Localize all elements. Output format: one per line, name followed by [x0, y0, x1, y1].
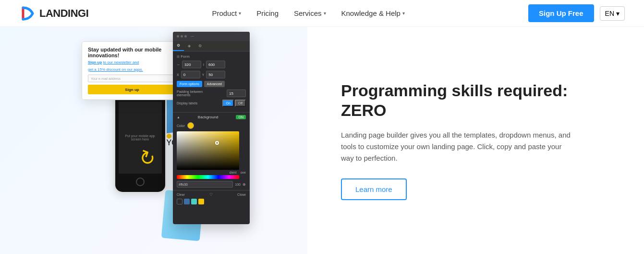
nav-knowledge[interactable]: Knowledge & Help ▾: [335, 6, 412, 20]
phone-home-button: [136, 178, 145, 186]
color-picker-cursor: [215, 141, 219, 145]
toggle-off-button[interactable]: Off: [235, 100, 246, 107]
swatch-blue[interactable]: [184, 199, 190, 204]
form-preview-subtitle: Sign up to our newsletter and: [88, 60, 176, 64]
hero-heading: Programming skills required: ZERO: [341, 81, 615, 120]
knowledge-chevron-icon: ▾: [402, 11, 405, 16]
dot-3: [184, 35, 187, 38]
lang-label: EN: [605, 10, 614, 17]
width-row: ↔ 320 I 600: [177, 61, 246, 68]
editor-topbar: ···: [173, 32, 250, 41]
settings-icon: ⚙: [177, 43, 180, 48]
email-input-mock: Your e-mail address: [88, 75, 176, 82]
nav-product[interactable]: Product ▾: [205, 6, 248, 20]
product-chevron-icon: ▾: [239, 11, 241, 16]
opacity-value: 100: [235, 183, 241, 186]
editor-bottom-buttons: Clear ♡ Close: [173, 190, 250, 199]
collapse-icon: ▲: [177, 115, 180, 119]
form-label: ⊞ Form: [177, 54, 246, 59]
width-icon: ↔: [177, 63, 180, 66]
swatch-teal[interactable]: [191, 199, 197, 204]
logo-text: LANDINGI: [39, 7, 88, 20]
color-swatch[interactable]: [187, 122, 194, 129]
padding-input[interactable]: 15: [227, 89, 246, 97]
xy-row: X 0 Y 50: [177, 71, 246, 78]
y-label: Y: [202, 73, 205, 76]
background-section: ▲ Background ON Color dient ove: [173, 112, 250, 190]
services-chevron-icon: ▾: [324, 11, 326, 16]
color-row: Color: [177, 122, 246, 129]
color-picker[interactable]: [177, 131, 239, 170]
height-icon: I: [203, 63, 204, 66]
color-label: Color: [177, 124, 185, 127]
logo-icon: [19, 5, 36, 22]
hero-content: Programming skills required: ZERO Landin…: [307, 27, 644, 254]
display-labels-row: Display labels On Off: [177, 100, 246, 107]
heart-icon[interactable]: ♡: [209, 192, 213, 197]
close-button[interactable]: Close: [237, 192, 246, 197]
hex-row: #ffc00 100 ⊕: [177, 181, 246, 188]
language-selector[interactable]: EN ▾: [600, 6, 625, 21]
navbar: LANDINGI Product ▾ Pricing Services ▾ Kn…: [0, 0, 644, 27]
editor-dots-label: ···: [191, 34, 194, 38]
learn-more-button[interactable]: Learn more: [341, 178, 407, 200]
toggle-on-button[interactable]: On: [222, 100, 233, 107]
editor-tab-style[interactable]: ◈: [184, 41, 194, 51]
hue-slider[interactable]: [177, 175, 239, 179]
display-labels-toggle: On Off: [222, 100, 246, 107]
nav-services[interactable]: Services ▾: [287, 6, 333, 20]
swatch-black[interactable]: [177, 199, 182, 204]
signup-button[interactable]: Sign Up Free: [528, 4, 594, 22]
gear-icon: ⚙: [198, 44, 202, 48]
display-labels-label: Display labels: [177, 102, 197, 105]
phone-mockup: Put your mobile app screen here: [114, 88, 167, 193]
knowledge-label: Knowledge & Help: [341, 9, 401, 17]
editor-panel: ··· ⚙ ◈ ⚙ ⊞ Form: [173, 32, 250, 224]
move-label: ove: [241, 171, 246, 174]
y-input[interactable]: 50: [206, 71, 225, 78]
logo-area: LANDINGI: [19, 5, 88, 22]
signup-btn-mock: Sign up: [88, 85, 176, 94]
signup-text: Sign up: [88, 60, 102, 64]
editor-tab-gear[interactable]: ⚙: [194, 41, 206, 51]
form-card: Stay updated with our mobile innovations…: [82, 41, 182, 100]
clear-button[interactable]: Clear: [177, 192, 185, 197]
product-label: Product: [212, 9, 237, 17]
background-label: Background: [198, 115, 219, 119]
dot-1: [177, 35, 179, 38]
form-options-button[interactable]: Form options: [177, 81, 202, 87]
hero-description: Landing page builder gives you all the t…: [341, 129, 571, 164]
editor-tab-settings[interactable]: ⚙: [173, 41, 184, 51]
style-icon: ◈: [188, 44, 191, 48]
x-input[interactable]: 0: [181, 71, 200, 78]
height-input[interactable]: 600: [206, 61, 225, 68]
services-label: Services: [294, 9, 322, 17]
form-options-row: Form options Advanced: [177, 81, 246, 87]
color-swatches: [173, 199, 250, 207]
eyedropper-icon[interactable]: ⊕: [243, 182, 246, 187]
hero-visual: Put your mobile app screen here YOUR NAM…: [0, 27, 307, 254]
swatch-yellow[interactable]: [198, 199, 204, 204]
navbar-actions: Sign Up Free EN ▾: [528, 4, 625, 22]
nav-pricing[interactable]: Pricing: [250, 6, 285, 20]
lang-chevron-icon: ▾: [616, 10, 620, 17]
on-badge: ON: [236, 115, 246, 119]
background-header: ▲ Background ON: [177, 115, 246, 119]
pricing-label: Pricing: [256, 9, 279, 17]
padding-label: Padding between elements: [177, 90, 210, 97]
user-badge-avatar: [167, 134, 171, 139]
discount-text: get a 15% discount on our apps.: [88, 67, 176, 72]
form-preview-title: Stay updated with our mobile innovations…: [88, 47, 176, 58]
editor-dots: [177, 35, 187, 38]
form-section: ⊞ Form ↔ 320 I 600 X: [173, 51, 250, 112]
gradient-label: dient: [230, 171, 237, 174]
subtitle-post: to our newsletter and: [103, 60, 139, 64]
dot-2: [181, 35, 183, 38]
hero-section: Put your mobile app screen here YOUR NAM…: [0, 27, 644, 254]
width-input[interactable]: 320: [182, 61, 201, 68]
advanced-button[interactable]: Advanced: [204, 81, 225, 87]
form-preview: Stay updated with our mobile innovations…: [82, 42, 182, 100]
hex-input[interactable]: #ffc00: [177, 181, 233, 188]
editor-tabs: ⚙ ◈ ⚙: [173, 41, 250, 51]
padding-row: Padding between elements 15: [177, 89, 246, 97]
